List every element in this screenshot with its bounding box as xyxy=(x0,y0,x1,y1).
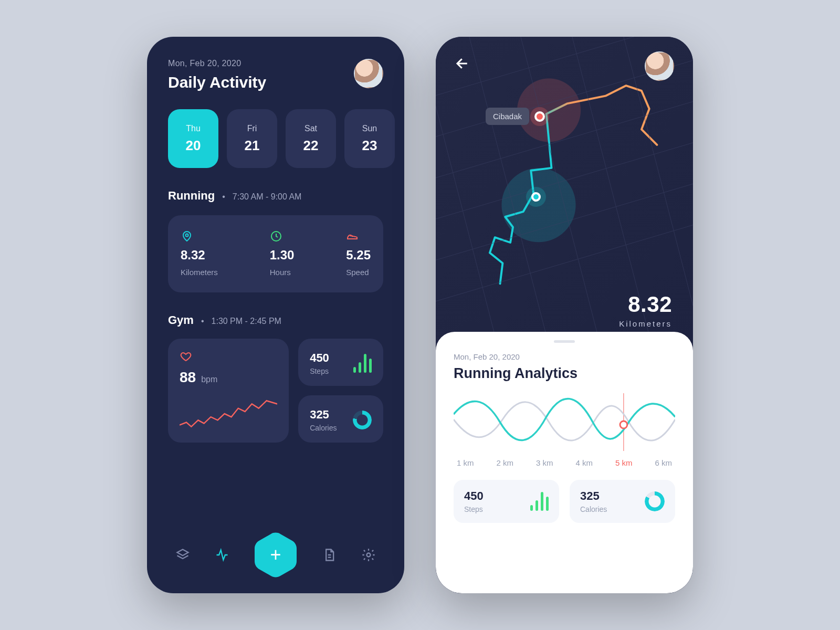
metric-value: 1.30 xyxy=(270,248,295,262)
section-time: 1:30 PM - 2:45 PM xyxy=(212,317,281,326)
calories-card[interactable]: 325 Calories xyxy=(298,395,383,443)
gym-cards: 88 bpm 450 Steps xyxy=(168,339,383,443)
x-tick: 4 km xyxy=(575,458,593,467)
calories-value: 325 xyxy=(580,489,607,503)
section-time: 7:30 AM - 9:00 AM xyxy=(233,192,302,202)
day-num: 23 xyxy=(362,138,377,154)
analytics-chart[interactable] xyxy=(454,393,675,451)
heart-rate-card[interactable]: 88 bpm xyxy=(168,339,289,443)
distance-readout: 8.32 Kilometers xyxy=(619,292,672,328)
running-metrics-card[interactable]: 8.32 Kilometers 1.30 Hours 5.25 Speed xyxy=(168,215,383,292)
metric-label: Kilometers xyxy=(181,268,218,277)
pin-current-icon xyxy=(531,192,541,202)
metric-distance: 8.32 Kilometers xyxy=(181,230,218,277)
header: Mon, Feb 20, 2020 Daily Activity xyxy=(147,37,404,91)
nav-settings-icon[interactable] xyxy=(361,548,376,562)
avatar[interactable] xyxy=(354,59,383,88)
page-title: Daily Activity xyxy=(168,74,266,91)
section-title: Gym xyxy=(168,313,194,327)
distance-unit: Kilometers xyxy=(619,319,672,328)
shoe-icon xyxy=(346,230,359,243)
avatar[interactable] xyxy=(645,51,674,81)
clock-icon xyxy=(270,230,282,243)
x-tick-current: 5 km xyxy=(615,458,633,467)
metric-value: 5.25 xyxy=(346,248,371,262)
metric-label: Speed xyxy=(346,268,371,277)
sheet-date: Mon, Feb 20, 2020 xyxy=(454,352,675,361)
sheet-calories-card[interactable]: 325 Calories xyxy=(570,480,675,523)
steps-label: Steps xyxy=(464,505,484,513)
analytics-sheet[interactable]: Mon, Feb 20, 2020 Running Analytics 1 km… xyxy=(436,332,693,593)
x-tick: 1 km xyxy=(457,458,474,467)
bar-chart-icon xyxy=(353,354,372,373)
nav-layers-icon[interactable] xyxy=(175,548,190,562)
svg-point-2 xyxy=(367,553,371,557)
svg-point-0 xyxy=(186,234,188,237)
day-dow: Sat xyxy=(304,124,317,133)
map-area[interactable]: Cibadak 8.32 Kilometers xyxy=(436,37,693,343)
analytics-screen: Cibadak 8.32 Kilometers Mon, Feb 20, 202… xyxy=(436,37,693,593)
poi-text: Cibadak xyxy=(486,108,529,125)
map-grid-icon xyxy=(436,37,693,335)
hr-unit: bpm xyxy=(201,375,217,384)
dot-icon: • xyxy=(222,192,225,202)
metric-hours: 1.30 Hours xyxy=(270,230,295,277)
day-selector: Thu 20 Fri 21 Sat 22 Sun 23 xyxy=(147,91,404,168)
day-sun[interactable]: Sun 23 xyxy=(344,109,395,168)
dot-icon: • xyxy=(201,317,204,326)
add-button[interactable]: + xyxy=(255,531,297,579)
drag-handle-icon[interactable] xyxy=(554,340,575,343)
running-header: Running • 7:30 AM - 9:00 AM xyxy=(147,168,404,203)
steps-label: Steps xyxy=(310,367,329,375)
sheet-title: Running Analytics xyxy=(454,365,675,382)
pin-start-icon xyxy=(534,111,545,122)
back-button[interactable] xyxy=(455,56,470,71)
calories-label: Calories xyxy=(310,424,337,432)
steps-card[interactable]: 450 Steps xyxy=(298,339,383,386)
bottom-nav: + xyxy=(147,531,404,579)
date-label: Mon, Feb 20, 2020 xyxy=(168,59,266,68)
x-tick: 6 km xyxy=(655,458,672,467)
stat-cards: 450 Steps 325 Calories xyxy=(454,480,675,523)
metric-speed: 5.25 Speed xyxy=(346,230,371,277)
day-sat[interactable]: Sat 22 xyxy=(286,109,336,168)
sheet-steps-card[interactable]: 450 Steps xyxy=(454,480,559,523)
steps-value: 450 xyxy=(464,489,484,503)
day-num: 22 xyxy=(303,138,319,154)
day-num: 21 xyxy=(245,138,260,154)
nav-activity-icon[interactable] xyxy=(215,548,229,562)
x-tick: 3 km xyxy=(536,458,553,467)
metric-value: 8.32 xyxy=(181,248,218,262)
calories-label: Calories xyxy=(580,505,607,513)
calories-value: 325 xyxy=(310,408,337,422)
bar-chart-icon xyxy=(530,492,549,511)
activity-screen: Mon, Feb 20, 2020 Daily Activity Thu 20 … xyxy=(147,37,404,593)
x-axis: 1 km 2 km 3 km 4 km 5 km 6 km xyxy=(454,458,675,467)
section-title: Running xyxy=(168,189,215,203)
hr-sparkline xyxy=(180,395,277,433)
progress-ring-icon xyxy=(645,491,665,511)
plus-icon: + xyxy=(270,545,281,564)
poi-label[interactable]: Cibadak xyxy=(486,108,545,125)
pin-icon xyxy=(181,230,193,243)
steps-value: 450 xyxy=(310,351,329,365)
x-tick: 2 km xyxy=(496,458,513,467)
day-num: 20 xyxy=(186,138,201,154)
hr-value: 88 xyxy=(180,369,196,386)
day-dow: Sun xyxy=(362,124,377,133)
nav-document-icon[interactable] xyxy=(322,548,337,562)
day-thu[interactable]: Thu 20 xyxy=(168,109,218,168)
svg-point-4 xyxy=(620,421,627,428)
metric-label: Hours xyxy=(270,268,295,277)
gym-header: Gym • 1:30 PM - 2:45 PM xyxy=(147,292,404,327)
distance-value: 8.32 xyxy=(619,292,672,317)
day-dow: Fri xyxy=(247,124,257,133)
day-dow: Thu xyxy=(186,124,201,133)
progress-ring-icon xyxy=(353,411,372,429)
heart-icon xyxy=(180,350,192,363)
day-fri[interactable]: Fri 21 xyxy=(227,109,277,168)
